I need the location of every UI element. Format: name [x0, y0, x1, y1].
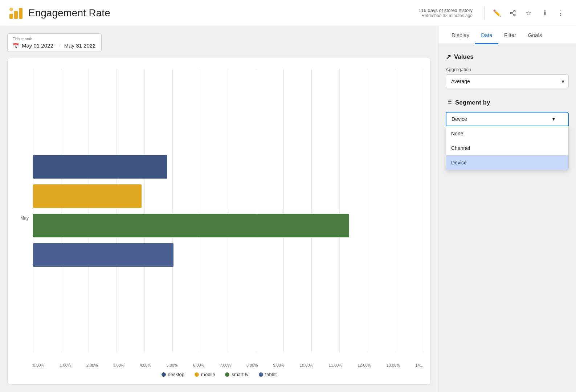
svg-rect-1 [14, 11, 18, 19]
x-axis-label: 6.00% [193, 363, 204, 367]
chart-plot: 0.00%1.00%2.00%3.00%4.00%5.00%6.00%7.00%… [33, 69, 423, 367]
header-meta: 116 days of stored history Refreshed 32 … [418, 8, 473, 18]
legend-item-tablet: tablet [259, 372, 277, 377]
svg-point-3 [9, 8, 13, 11]
legend-label: tablet [265, 372, 277, 377]
bar-tablet [33, 243, 173, 267]
date-range-label: This month [13, 37, 96, 41]
app-logo [9, 6, 23, 20]
legend-dot-mobile [195, 372, 199, 377]
segment-icon [446, 98, 452, 107]
header-divider [484, 7, 485, 20]
segment-dropdown-wrapper: Device ▾ NoneChannelDevice [446, 112, 569, 126]
segment-selected-value: Device [452, 116, 467, 122]
x-axis-label: 4.00% [140, 363, 151, 367]
x-axis-label: 13.00% [387, 363, 400, 367]
values-label: Values [454, 53, 474, 61]
calendar-icon: 📅 [13, 43, 19, 49]
left-panel: This month 📅 May 01 2022 → May 31 2022 M… [0, 26, 438, 392]
favorite-button[interactable]: ☆ [522, 7, 535, 20]
bar-smart-tv [33, 214, 349, 237]
tab-display[interactable]: Display [446, 26, 475, 44]
x-axis-label: 2.00% [86, 363, 98, 367]
aggregation-label: Aggregation [446, 67, 569, 72]
segment-dropdown-arrow-icon: ▾ [552, 116, 555, 122]
main-layout: This month 📅 May 01 2022 → May 31 2022 M… [0, 26, 576, 392]
share-button[interactable] [506, 7, 519, 20]
bar-mobile [33, 184, 142, 208]
y-label-may: May [20, 204, 29, 233]
date-range-bar: This month 📅 May 01 2022 → May 31 2022 [7, 33, 431, 52]
edit-button[interactable]: ✏️ [490, 7, 503, 20]
x-axis-label: 1.00% [60, 363, 71, 367]
chart-y-axis: May [15, 69, 33, 367]
more-options-button[interactable]: ⋮ [554, 7, 567, 20]
svg-line-7 [512, 13, 514, 15]
segment-option-channel[interactable]: Channel [446, 141, 568, 155]
x-axis-label: 12.00% [358, 363, 371, 367]
chart-legend: desktopmobilesmart tvtablet [15, 367, 423, 377]
chart-container: May 0.00%1.00%2.00%3.00%4.00%5.00%6.00%7… [7, 58, 431, 385]
tab-data[interactable]: Data [475, 26, 498, 44]
segment-option-device[interactable]: Device [446, 155, 568, 170]
date-arrow-icon: → [56, 43, 61, 49]
header: Engagement Rate 116 days of stored histo… [0, 0, 576, 26]
bar-row [33, 241, 423, 269]
svg-line-8 [512, 11, 514, 12]
segment-dropdown-trigger[interactable]: Device ▾ [446, 112, 569, 126]
segment-section: Segment by Device ▾ NoneChannelDevice [446, 98, 569, 126]
bar-row [33, 212, 423, 239]
svg-point-5 [510, 12, 512, 14]
legend-dot-tablet [259, 372, 263, 377]
x-axis-label: 7.00% [220, 363, 231, 367]
right-panel: DisplayDataFilterGoals ↗ Values Aggregat… [438, 26, 576, 392]
refresh-time: Refreshed 32 minutes ago [418, 13, 473, 18]
date-end: May 31 2022 [64, 42, 96, 49]
x-axis-label: 5.00% [167, 363, 178, 367]
page-title: Engagement Rate [28, 7, 418, 19]
tab-filter[interactable]: Filter [498, 26, 522, 44]
tab-goals[interactable]: Goals [522, 26, 548, 44]
legend-dot-smart-tv [225, 372, 229, 377]
segment-label: Segment by [455, 99, 490, 106]
x-axis-label: 3.00% [113, 363, 124, 367]
header-actions: 116 days of stored history Refreshed 32 … [418, 7, 567, 20]
x-axis-label: 11.00% [329, 363, 342, 367]
legend-label: mobile [201, 372, 215, 377]
x-axis-label: 0.00% [33, 363, 44, 367]
svg-point-6 [514, 14, 515, 16]
segment-option-none[interactable]: None [446, 126, 568, 141]
bars-area [33, 69, 423, 367]
x-axis-label: 9.00% [273, 363, 285, 367]
segment-dropdown-menu: NoneChannelDevice [446, 126, 569, 170]
x-axis-label: 14... [415, 363, 423, 367]
aggregation-select[interactable]: Average [446, 74, 569, 88]
legend-item-desktop: desktop [162, 372, 185, 377]
bar-row [33, 153, 423, 180]
bar-row [33, 183, 423, 210]
date-range-value: 📅 May 01 2022 → May 31 2022 [13, 42, 96, 49]
legend-item-smart-tv: smart tv [225, 372, 248, 377]
stored-history: 116 days of stored history [418, 8, 473, 13]
info-button[interactable]: ℹ [538, 7, 551, 20]
legend-label: smart tv [232, 372, 248, 377]
svg-point-4 [514, 10, 515, 12]
tabs-header: DisplayDataFilterGoals [438, 26, 576, 44]
trend-icon: ↗ [446, 53, 451, 61]
values-section-title: ↗ Values [446, 53, 569, 61]
chart-area: May 0.00%1.00%2.00%3.00%4.00%5.00%6.00%7… [15, 69, 423, 367]
bar-desktop [33, 155, 167, 179]
x-axis: 0.00%1.00%2.00%3.00%4.00%5.00%6.00%7.00%… [33, 360, 423, 367]
tab-content: ↗ Values Aggregation Average ▾ Segment b… [438, 44, 576, 392]
segment-section-title: Segment by [446, 98, 569, 107]
svg-rect-2 [19, 8, 23, 19]
date-start: May 01 2022 [22, 42, 53, 49]
x-axis-label: 8.00% [246, 363, 258, 367]
date-range-box[interactable]: This month 📅 May 01 2022 → May 31 2022 [7, 33, 102, 52]
svg-rect-0 [9, 14, 13, 19]
legend-label: desktop [168, 372, 185, 377]
x-axis-label: 10.00% [300, 363, 313, 367]
legend-item-mobile: mobile [195, 372, 215, 377]
legend-dot-desktop [162, 372, 166, 377]
aggregation-select-wrapper: Average ▾ [446, 74, 569, 88]
